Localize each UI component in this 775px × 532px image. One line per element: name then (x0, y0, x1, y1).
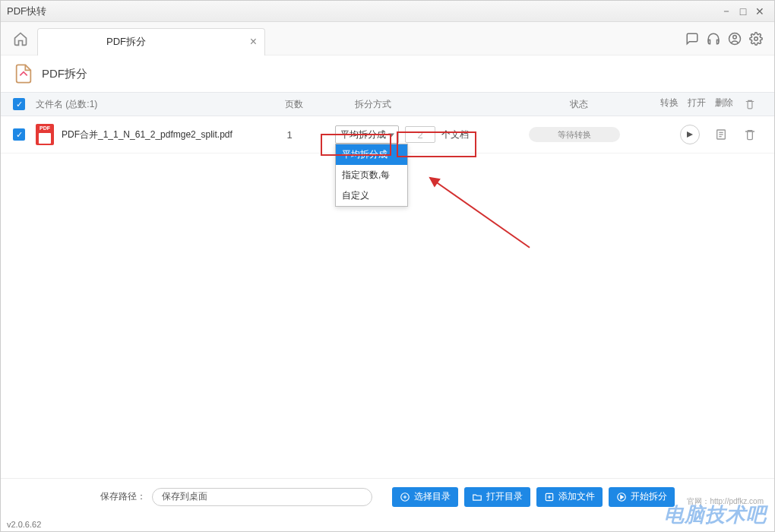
row-checkbox[interactable]: ✓ (13, 128, 25, 141)
dropdown-option-pages[interactable]: 指定页数,每 (336, 165, 407, 185)
choose-dir-button[interactable]: 选择目录 (392, 487, 458, 507)
file-row: ✓ PDF合并_1_1_N_61_2_pdfmge2_split.pdf 1 平… (1, 116, 774, 154)
file-name: PDF合并_1_1_N_61_2_pdfmge2_split.pdf (62, 128, 267, 141)
svg-point-1 (733, 35, 737, 39)
minimize-button[interactable]: － (718, 5, 735, 18)
split-mode-cell: 平均拆分成 平均拆分成 指定页数,每 自定义 个文档 (312, 125, 525, 144)
split-suffix-label: 个文档 (441, 128, 469, 141)
col-split-mode: 拆分方式 (317, 98, 530, 111)
dropdown-option-custom[interactable]: 自定义 (336, 185, 407, 206)
page-count: 1 (267, 129, 312, 141)
svg-point-2 (754, 36, 758, 40)
delete-all-icon[interactable] (742, 97, 758, 112)
settings-icon[interactable] (745, 28, 767, 49)
page-header: PDF拆分 (1, 55, 774, 92)
save-path-label: 保存路径： (100, 490, 146, 503)
tab-close-button[interactable]: × (250, 35, 257, 49)
user-icon[interactable] (724, 28, 745, 49)
delete-row-button[interactable] (742, 127, 758, 142)
split-mode-value: 平均拆分成 (340, 128, 386, 141)
tab-pdf-split[interactable]: PDF拆分 × (37, 28, 265, 55)
col-open: 打开 (688, 97, 706, 112)
close-button[interactable]: ✕ (751, 5, 768, 17)
split-mode-dropdown: 平均拆分成 指定页数,每 自定义 (335, 144, 408, 207)
maximize-button[interactable]: □ (735, 5, 751, 17)
version-label: v2.0.6.62 (7, 520, 41, 529)
tab-label: PDF拆分 (106, 35, 146, 49)
convert-button[interactable] (680, 125, 700, 144)
chat-icon[interactable] (682, 28, 703, 49)
open-file-button[interactable] (713, 127, 729, 142)
page-title: PDF拆分 (42, 67, 87, 81)
title-bar: PDF快转 － □ ✕ (1, 1, 774, 22)
headphones-icon[interactable] (703, 28, 724, 49)
footer-bar: 保存路径： 保存到桌面 选择目录 打开目录 添加文件 开始拆分 (1, 478, 774, 515)
column-header-row: ✓ 文件名 (总数:1) 页数 拆分方式 状态 转换 打开 删除 (1, 92, 774, 116)
start-split-button[interactable]: 开始拆分 (609, 487, 675, 507)
select-all-checkbox[interactable]: ✓ (13, 98, 25, 110)
app-title: PDF快转 (7, 5, 718, 18)
save-path-input[interactable]: 保存到桌面 (152, 488, 372, 506)
home-icon (13, 31, 28, 46)
col-pages: 页数 (271, 98, 317, 111)
status-badge: 等待转换 (529, 127, 620, 142)
pdf-file-icon (36, 124, 54, 145)
col-convert: 转换 (660, 97, 679, 112)
col-delete: 删除 (715, 97, 733, 112)
dropdown-option-average[interactable]: 平均拆分成 (336, 144, 407, 165)
top-toolbar: PDF拆分 × (1, 22, 774, 55)
split-count-input[interactable] (405, 126, 435, 143)
add-file-button[interactable]: 添加文件 (536, 487, 603, 507)
home-button[interactable] (8, 27, 33, 51)
annotation-arrow (429, 177, 530, 248)
col-filename: 文件名 (总数:1) (36, 98, 271, 111)
split-mode-select[interactable]: 平均拆分成 (335, 125, 399, 144)
col-status: 状态 (530, 98, 628, 111)
open-dir-button[interactable]: 打开目录 (464, 487, 530, 507)
pdf-split-icon (13, 63, 34, 84)
